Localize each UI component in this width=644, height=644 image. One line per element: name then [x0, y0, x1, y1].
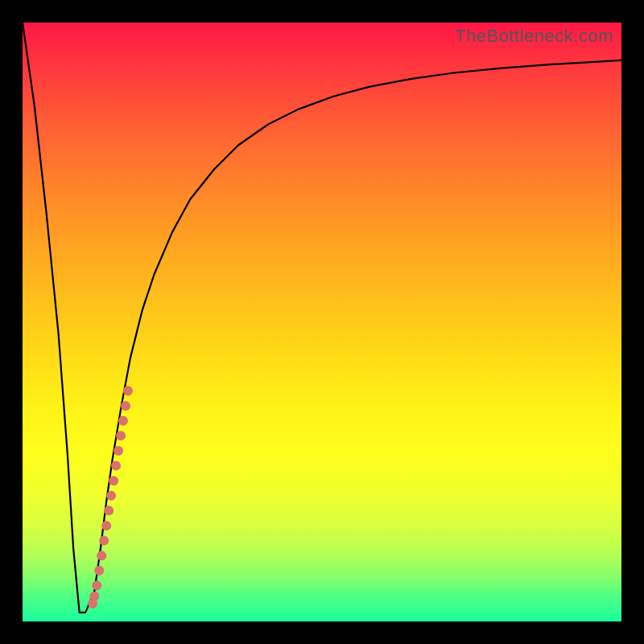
chart-svg: [23, 23, 621, 621]
marker-dot: [104, 506, 114, 515]
highlight-dots: [88, 386, 133, 609]
marker-dot: [121, 401, 130, 411]
marker-dot: [116, 431, 126, 440]
marker-dot: [106, 491, 116, 501]
marker-dot: [97, 551, 106, 560]
bottleneck-curve: [23, 23, 621, 613]
marker-dot: [118, 416, 128, 426]
marker-dot: [123, 386, 133, 396]
marker-dot: [109, 476, 118, 485]
chart-frame: TheBottleneck.com: [0, 0, 644, 644]
marker-dot: [92, 580, 101, 590]
marker-dot: [99, 536, 109, 546]
marker-dot: [94, 566, 104, 576]
marker-dot: [89, 592, 99, 601]
marker-dot: [111, 461, 121, 471]
chart-plot-area: TheBottleneck.com: [23, 23, 621, 621]
marker-dot: [114, 446, 123, 456]
marker-dot: [101, 521, 111, 530]
